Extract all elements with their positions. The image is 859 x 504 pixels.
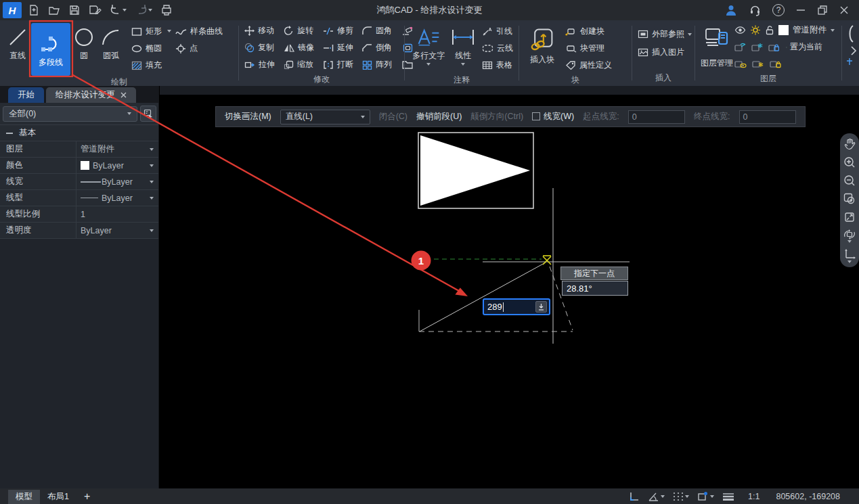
mirror-button[interactable]: 镜像 — [282, 39, 322, 56]
ucs-dropdown-icon[interactable] — [847, 260, 852, 263]
zoom-window-icon[interactable] — [843, 193, 856, 205]
point-button[interactable]: 点 — [174, 40, 224, 57]
copy-button[interactable]: 复制 — [243, 39, 282, 56]
ltscale-value-field[interactable]: 1 — [76, 206, 158, 222]
dynamic-input-dropdown-button[interactable] — [535, 301, 547, 313]
restore-button[interactable] — [817, 5, 828, 16]
undo-segment-option[interactable]: 撤销前段(U) — [416, 111, 462, 122]
save-as-button[interactable] — [87, 2, 103, 18]
close-button[interactable] — [839, 5, 850, 16]
start-width-input[interactable]: 0 — [628, 110, 685, 124]
quick-select-button[interactable] — [140, 106, 156, 122]
move-button[interactable]: 移动 — [243, 22, 282, 39]
block-manage-button[interactable]: 块管理 — [564, 40, 613, 57]
end-width-input[interactable]: 0 — [739, 110, 796, 124]
layer-isolate-icon[interactable] — [752, 60, 764, 69]
insert-block-button[interactable]: 插入块 — [523, 23, 561, 66]
layer-manager-button[interactable] — [704, 22, 730, 55]
layer-walk-icon[interactable] — [734, 60, 747, 69]
layer-freeze-icon[interactable] — [751, 43, 763, 52]
snap-grid-toggle[interactable] — [673, 492, 689, 501]
layout1-tab[interactable]: 布局1 — [40, 490, 76, 504]
open-file-button[interactable] — [46, 2, 62, 18]
line-button[interactable]: 直线 — [4, 23, 31, 62]
create-block-button[interactable]: 创建块 — [564, 23, 613, 40]
selection-filter-dropdown[interactable]: 全部(0) — [3, 106, 137, 122]
polyline-button[interactable]: 多段线 — [31, 23, 70, 76]
reverse-direction-option[interactable]: 颠倒方向(Ctrl) — [470, 111, 523, 122]
save-button[interactable] — [66, 2, 83, 18]
ellipse-button[interactable]: 椭圆 — [130, 40, 163, 57]
hatch-button[interactable]: 填充 — [130, 57, 163, 74]
draw-method-dropdown[interactable]: 直线(L) — [280, 110, 370, 124]
layer-unlock-icon[interactable] — [765, 25, 774, 35]
undo-dropdown-icon[interactable] — [123, 9, 127, 12]
break-button[interactable]: 打断 — [322, 56, 361, 73]
user-account-icon[interactable] — [724, 3, 738, 17]
undo-button[interactable] — [107, 2, 129, 18]
insert-image-button[interactable]: 插入图片 — [636, 44, 686, 61]
line-width-checkbox[interactable]: 线宽(W) — [532, 111, 574, 122]
rotate-button[interactable]: 旋转 — [282, 22, 322, 39]
ortho-toggle[interactable] — [629, 491, 640, 501]
redo-button[interactable] — [133, 2, 154, 18]
ucs-move-button[interactable] — [843, 249, 856, 263]
table-button[interactable]: 表格 — [481, 57, 514, 74]
properties-section-basic[interactable]: 基本 — [0, 124, 158, 141]
xref-dropdown-icon[interactable] — [688, 33, 692, 36]
rectangle-button[interactable]: 矩形 — [130, 23, 163, 40]
stretch-button[interactable]: 拉伸 — [243, 56, 282, 73]
app-logo-icon[interactable]: H — [3, 2, 22, 18]
tab-start[interactable]: 开始 — [8, 87, 44, 103]
zoom-out-icon[interactable] — [843, 175, 856, 187]
set-current-layer-button[interactable]: 置为当前 — [785, 39, 824, 55]
layer-off-icon[interactable] — [734, 43, 746, 52]
dimension-dropdown-icon[interactable] — [461, 63, 465, 66]
current-layer-name[interactable]: 管道附件 — [793, 24, 827, 36]
close-option[interactable]: 闭合(C) — [379, 111, 408, 122]
layer-lock-icon[interactable] — [768, 43, 779, 52]
chevron-right-icon[interactable] — [850, 46, 857, 55]
zoom-extents-icon[interactable] — [843, 211, 856, 223]
layer-color-swatch[interactable] — [778, 25, 789, 35]
drawing-canvas[interactable] — [160, 86, 859, 488]
mtext-button[interactable]: 多行文字 — [409, 23, 449, 67]
orbit-dropdown-icon[interactable] — [847, 240, 852, 243]
scale-button[interactable]: 缩放 — [282, 56, 322, 73]
layer-sun-icon[interactable] — [750, 25, 761, 35]
redo-dropdown-icon[interactable] — [148, 9, 152, 12]
layer-value-dropdown[interactable]: 管道附件 — [76, 141, 158, 157]
model-tab[interactable]: 模型 — [8, 490, 40, 504]
pan-hand-icon[interactable] — [844, 138, 856, 150]
object-snap-toggle[interactable] — [697, 491, 714, 501]
new-file-button[interactable] — [26, 2, 42, 18]
linetype-value-dropdown[interactable]: ByLayer — [76, 190, 158, 206]
revision-cloud-button[interactable]: 云线 — [481, 40, 514, 57]
tab-drawing[interactable]: 给排水设计变更 — [46, 87, 136, 103]
tab-close-icon[interactable] — [120, 92, 127, 98]
support-headset-icon[interactable] — [749, 4, 762, 17]
dynamic-input-field[interactable]: 289 — [483, 298, 550, 315]
lineweight-toggle[interactable] — [722, 492, 734, 501]
dimension-button[interactable]: 线性 — [449, 23, 478, 67]
attribute-define-button[interactable]: 属性定义 — [564, 57, 613, 74]
circle-button[interactable]: 圆 — [70, 23, 97, 62]
leader-button[interactable]: 引线 — [481, 23, 514, 40]
arc-button[interactable]: 圆弧 — [97, 23, 125, 62]
extend-button[interactable]: 延伸 — [322, 39, 361, 56]
trim-button[interactable]: 修剪 — [322, 22, 361, 39]
chamfer-button[interactable]: 倒角 — [361, 39, 400, 56]
transparency-value-dropdown[interactable]: ByLayer — [76, 223, 158, 238]
color-value-dropdown[interactable]: ByLayer — [76, 158, 158, 173]
xref-button[interactable]: 外部参照 — [636, 26, 693, 43]
array-button[interactable]: 阵列 — [361, 56, 400, 73]
add-layout-button[interactable]: + — [76, 490, 97, 504]
minimize-button[interactable] — [795, 5, 806, 16]
spline-button[interactable]: 样条曲线 — [174, 23, 224, 40]
mtext-dropdown-icon[interactable] — [426, 63, 431, 66]
print-button[interactable] — [158, 2, 175, 18]
rectangle-dropdown-icon[interactable] — [167, 30, 171, 32]
model-space[interactable] — [160, 95, 859, 488]
layer-visibility-icon[interactable] — [734, 26, 746, 35]
zoom-in-icon[interactable] — [843, 156, 856, 168]
